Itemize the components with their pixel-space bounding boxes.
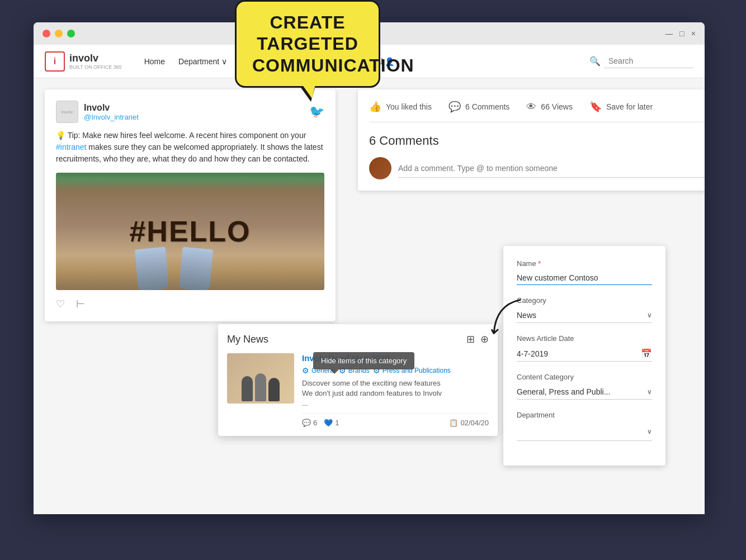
tag-icon: ⚙ <box>302 366 309 375</box>
main-content: involv Involv @Involv_intranet 🐦 💡 Tip: … <box>34 78 705 514</box>
shoe-left <box>135 247 169 290</box>
nav-department[interactable]: Department ∨ <box>178 57 227 66</box>
comments-panel: 👍 You liked this 💬 6 Comments 👁 66 Views… <box>358 89 705 191</box>
search-input[interactable] <box>604 54 693 68</box>
nav-home[interactable]: Home <box>144 57 165 66</box>
department-field: Department ∨ <box>517 411 652 441</box>
content-category-chevron-icon: ∨ <box>647 388 652 396</box>
news-date: 📋 02/04/20 <box>449 419 489 427</box>
name-input[interactable] <box>517 271 652 285</box>
like-stat-count: 1 <box>335 419 339 427</box>
news-thumbnail <box>227 353 294 404</box>
filter-icon[interactable]: ⊞ <box>466 333 475 345</box>
content-category-field: Content Category General, Press and Publ… <box>517 373 652 400</box>
you-liked-label: You liked this <box>386 102 432 111</box>
content-category-value: General, Press and Publi... <box>517 385 610 398</box>
maximize-dot[interactable] <box>67 30 75 37</box>
social-text: 💡 Tip: Make new hires feel welcome. A re… <box>56 130 324 165</box>
minimize-button[interactable]: — <box>665 29 673 38</box>
like-button[interactable]: ♡ <box>56 298 65 310</box>
category-chevron-icon: ∨ <box>647 311 652 319</box>
profile-name: Involv <box>84 103 139 113</box>
department-label: Department <box>517 411 652 419</box>
comment-icon: 💬 <box>448 101 461 113</box>
twitter-icon: 🐦 <box>309 105 324 119</box>
news-footer: 💬 6 💙 1 📋 02/04/20 <box>302 414 489 427</box>
date-label: News Article Date <box>517 334 652 343</box>
logo-name: involv <box>69 53 122 64</box>
tooltip-text: Hide items of this category <box>321 357 407 365</box>
save-for-later[interactable]: 🔖 Save for later <box>589 101 653 113</box>
date-picker[interactable]: 4-7-2019 📅 <box>517 346 652 362</box>
name-label: Name * <box>517 259 652 268</box>
speech-bubble: CREATE TARGETED COMMUNICATION <box>235 0 380 88</box>
you-liked[interactable]: 👍 You liked this <box>369 101 432 113</box>
comment-stat-icon: 💬 <box>302 419 311 427</box>
department-select[interactable]: ∨ <box>517 423 652 441</box>
name-field: Name * <box>517 259 652 285</box>
logo-text: involv BUILT ON OFFICE 365 <box>69 53 122 70</box>
tooltip: Hide items of this category <box>313 352 414 369</box>
thumbs-up-icon: 👍 <box>369 101 381 113</box>
avatar: involv <box>56 101 78 123</box>
like-stat: 💙 1 <box>324 419 339 427</box>
profile-info: Involv @Involv_intranet <box>84 103 139 121</box>
browser-dots <box>43 30 75 37</box>
bubble-line1: CREATE TARGETED <box>257 12 358 54</box>
form-panel: Name * Category News ∨ News Article Date… <box>503 246 665 466</box>
browser-window: — □ × i involv BUILT ON OFFICE 365 Home … <box>34 22 705 514</box>
shoe-right <box>179 247 213 290</box>
commenter-avatar <box>369 157 391 179</box>
social-card: involv Involv @Involv_intranet 🐦 💡 Tip: … <box>45 89 336 321</box>
my-news-header: My News ⊞ ⊕ <box>227 333 489 345</box>
views-count: 👁 66 Views <box>526 101 573 113</box>
social-image: #HELLO <box>56 173 324 290</box>
social-header: involv Involv @Involv_intranet 🐦 <box>56 101 324 123</box>
profile-handle: @Involv_intranet <box>84 113 139 121</box>
news-description: Discover some of the exciting new featur… <box>302 378 489 409</box>
date-field: News Article Date 4-7-2019 📅 <box>517 334 652 362</box>
calendar-icon: 📅 <box>641 348 652 359</box>
minimize-dot[interactable] <box>55 30 63 37</box>
close-dot[interactable] <box>43 30 50 37</box>
social-actions: ♡ ⊢ <box>56 298 324 310</box>
logo-subtitle: BUILT ON OFFICE 365 <box>69 64 122 70</box>
content-category-label: Content Category <box>517 373 652 381</box>
bubble-line2: COMMUNICATION <box>252 55 414 75</box>
like-stat-icon: 💙 <box>324 419 333 427</box>
bookmark-icon: 🔖 <box>589 101 602 113</box>
required-indicator: * <box>538 259 541 268</box>
hello-text: #HELLO <box>129 215 251 248</box>
nav-search-area: 🔍 <box>589 54 693 68</box>
category-select[interactable]: News ∨ <box>517 308 652 323</box>
date-value: 4-7-2019 <box>517 349 548 358</box>
comments-count-label: 6 Comments <box>465 102 509 111</box>
date-icon: 📋 <box>449 419 458 427</box>
hashtag-intranet[interactable]: #intranet <box>56 143 86 151</box>
close-button[interactable]: × <box>691 29 696 38</box>
comment-input[interactable] <box>398 159 705 178</box>
comment-input-area <box>369 157 705 179</box>
department-chevron-icon: ∨ <box>221 57 227 66</box>
social-profile: involv Involv @Involv_intranet <box>56 101 139 123</box>
reaction-bar: 👍 You liked this 💬 6 Comments 👁 66 Views… <box>369 101 705 122</box>
bubble-body: CREATE TARGETED COMMUNICATION <box>235 0 380 88</box>
views-label: 66 Views <box>541 102 573 111</box>
comment-stat: 💬 6 <box>302 419 317 427</box>
content-category-select[interactable]: General, Press and Publi... ∨ <box>517 385 652 400</box>
news-stats: 💬 6 💙 1 <box>302 419 339 427</box>
logo[interactable]: i involv BUILT ON OFFICE 365 <box>45 51 122 72</box>
share-button[interactable]: ⊢ <box>76 298 85 310</box>
comments-count[interactable]: 💬 6 Comments <box>448 101 509 113</box>
department-placeholder <box>517 425 652 438</box>
category-label: Category <box>517 296 652 305</box>
comment-stat-count: 6 <box>313 419 317 427</box>
logo-icon: i <box>45 51 65 72</box>
search-icon: 🔍 <box>589 56 601 67</box>
my-news-title: My News <box>227 334 268 345</box>
comments-title: 6 Comments <box>369 134 705 148</box>
restore-button[interactable]: □ <box>679 29 684 38</box>
department-chevron-icon: ∨ <box>647 428 652 435</box>
category-field: Category News ∨ <box>517 296 652 323</box>
tooltip-arrow <box>330 369 339 374</box>
